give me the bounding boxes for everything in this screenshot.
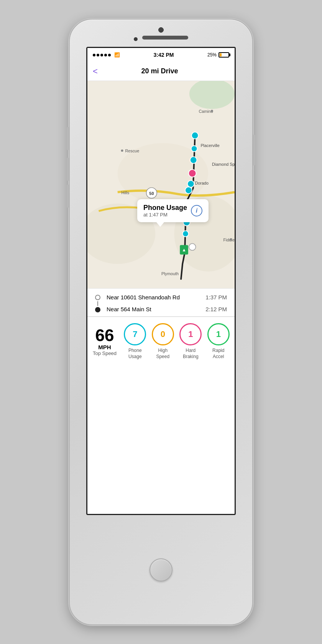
svg-point-16	[230, 238, 232, 241]
nav-bar: < 20 mi Drive	[87, 62, 235, 81]
battery-percentage: 25%	[207, 52, 217, 58]
signal-dot	[100, 54, 103, 56]
top-speed-unit: MPH	[98, 344, 111, 350]
front-cam-dot	[134, 37, 138, 41]
battery-icon	[219, 52, 229, 58]
stat-hard-braking: 1 HardBraking	[178, 323, 203, 360]
signal-dot	[104, 54, 107, 56]
high-speed-circle: 0	[152, 323, 174, 345]
status-left: 📶	[93, 52, 120, 58]
earpiece-speaker	[142, 36, 188, 40]
svg-point-22	[187, 180, 194, 187]
route-end-dot	[95, 307, 100, 312]
svg-point-28	[189, 244, 196, 251]
top-speed-number: 66	[95, 327, 114, 344]
screen: 📶 3:42 PM 25% < 20 mi Drive	[86, 47, 236, 515]
svg-point-23	[185, 187, 192, 194]
svg-point-21	[189, 170, 196, 177]
route-stop-destination: Near 564 Main St 2:12 PM	[107, 306, 227, 312]
svg-text:50: 50	[149, 191, 154, 196]
status-bar: 📶 3:42 PM 25%	[87, 48, 235, 62]
map-area[interactable]: 50 Rescue Hills Camino Placerville Diamo…	[87, 81, 235, 288]
tooltip-text: Phone Usage at 1:47 PM	[143, 204, 187, 218]
wifi-icon: 📶	[114, 52, 120, 58]
phone-usage-circle: 7	[124, 323, 146, 345]
svg-text:Plymouth: Plymouth	[161, 271, 179, 276]
rapid-accel-label: RapidAccel	[212, 348, 224, 360]
route-stop-origin: Near 10601 Shenandoah Rd 1:37 PM	[107, 294, 227, 301]
trip-details: Near 10601 Shenandoah Rd 1:37 PM Near 56…	[87, 289, 235, 317]
destination-address: Near 564 Main St	[107, 306, 151, 312]
home-button[interactable]	[150, 558, 172, 581]
route-stops: Near 10601 Shenandoah Rd 1:37 PM Near 56…	[107, 294, 227, 312]
front-camera	[158, 27, 164, 33]
map-tooltip: Phone Usage at 1:47 PM i	[137, 199, 209, 222]
map-svg: 50 Rescue Hills Camino Placerville Diamo…	[87, 81, 235, 288]
svg-text:Diamond Springs: Diamond Springs	[212, 162, 235, 167]
hard-braking-circle: 1	[179, 323, 202, 345]
stat-phone-usage: 7 PhoneUsage	[123, 323, 148, 360]
front-cam-row	[134, 36, 188, 43]
origin-address: Near 10601 Shenandoah Rd	[107, 294, 180, 301]
phone-frame: 📶 3:42 PM 25% < 20 mi Drive	[69, 19, 253, 625]
svg-point-25	[182, 231, 189, 237]
status-time: 3:42 PM	[154, 52, 174, 58]
top-speed-block: 66 MPH Top Speed	[91, 327, 118, 356]
svg-point-18	[192, 132, 199, 139]
trip-route: Near 10601 Shenandoah Rd 1:37 PM Near 56…	[95, 294, 227, 312]
svg-point-20	[190, 157, 197, 163]
hard-braking-label: HardBraking	[183, 348, 199, 360]
signal-dot	[97, 54, 99, 56]
signal-dot	[108, 54, 111, 56]
svg-text:▲: ▲	[182, 247, 186, 253]
info-icon[interactable]: i	[191, 205, 202, 216]
svg-text:Placerville: Placerville	[200, 143, 219, 148]
svg-text:Rescue: Rescue	[125, 149, 139, 153]
signal-dot	[93, 54, 95, 56]
page-title: 20 mi Drive	[102, 67, 218, 75]
svg-point-8	[121, 149, 123, 152]
svg-point-19	[191, 146, 197, 152]
tooltip-title: Phone Usage	[143, 204, 187, 212]
signal-strength	[93, 54, 111, 56]
route-line-col	[95, 294, 100, 312]
back-button[interactable]: <	[93, 66, 98, 76]
high-speed-label: HighSpeed	[156, 348, 169, 360]
top-speed-label: Top Speed	[93, 350, 117, 356]
stat-high-speed: 0 HighSpeed	[151, 323, 176, 360]
status-right: 25%	[207, 52, 229, 58]
svg-text:Hills: Hills	[122, 190, 130, 195]
phone-usage-label: PhoneUsage	[128, 348, 142, 360]
phone-top	[70, 20, 252, 45]
rapid-accel-circle: 1	[207, 323, 230, 345]
route-connector	[97, 301, 98, 306]
route-start-dot	[95, 295, 100, 300]
battery-fill	[220, 53, 222, 56]
destination-time: 2:12 PM	[205, 306, 227, 312]
svg-text:Fiddletown: Fiddletown	[223, 238, 235, 242]
tooltip-subtitle: at 1:47 PM	[143, 212, 187, 218]
phone-bottom	[150, 515, 172, 624]
stats-section: 66 MPH Top Speed 7 PhoneUsage 0 HighSpee…	[87, 317, 235, 366]
svg-point-11	[211, 110, 213, 112]
origin-time: 1:37 PM	[205, 294, 227, 301]
stat-rapid-accel: 1 RapidAccel	[206, 323, 231, 360]
